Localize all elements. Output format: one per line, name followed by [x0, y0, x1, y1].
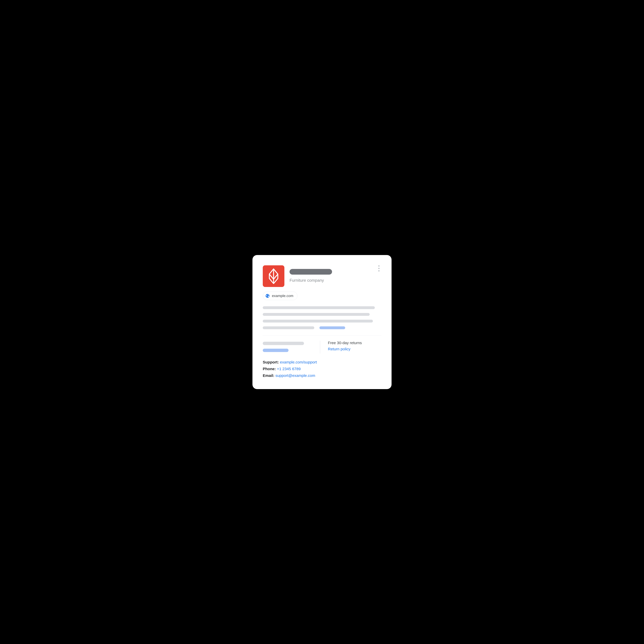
text-placeholder [263, 320, 373, 323]
support-link[interactable]: example.com/support [280, 360, 317, 364]
info-columns: Free 30-day returns Return policy [263, 341, 381, 354]
more-options-button[interactable] [377, 265, 381, 272]
support-line: Support: example.com/support [263, 360, 381, 364]
chair-icon [268, 268, 279, 284]
website-chip[interactable]: example.com [263, 292, 297, 300]
knowledge-panel-card: Furniture company example.com Free 30-da… [252, 255, 392, 389]
phone-label: Phone: [263, 367, 276, 371]
link-placeholder [319, 326, 345, 329]
support-label: Support: [263, 360, 279, 364]
text-placeholder [263, 313, 370, 316]
email-line: Email: support@example.com [263, 373, 381, 378]
phone-line: Phone: +1 2345 6789 [263, 367, 381, 371]
text-placeholder [263, 342, 304, 345]
kebab-dot-icon [378, 270, 380, 272]
kebab-dot-icon [378, 265, 380, 267]
info-right-column: Free 30-day returns Return policy [324, 341, 381, 354]
return-policy-link[interactable]: Return policy [328, 347, 350, 351]
kebab-dot-icon [378, 268, 380, 269]
contact-block: Support: example.com/support Phone: +1 2… [263, 360, 381, 378]
company-name-placeholder [290, 269, 332, 275]
link-placeholder [263, 349, 289, 352]
text-placeholder [263, 306, 375, 309]
divider [263, 335, 381, 336]
email-label: Email: [263, 373, 274, 378]
phone-link[interactable]: +1 2345 6789 [277, 367, 301, 371]
globe-icon [265, 294, 270, 298]
vertical-divider [320, 341, 320, 354]
header-text: Furniture company [290, 265, 381, 283]
text-placeholder [263, 326, 314, 329]
info-left-column [263, 341, 320, 354]
text-placeholder-row [263, 326, 381, 329]
description-placeholder-block [263, 306, 381, 329]
company-category: Furniture company [290, 278, 381, 283]
company-logo [263, 265, 284, 287]
website-domain: example.com [272, 294, 293, 298]
header: Furniture company [263, 265, 381, 287]
email-link[interactable]: support@example.com [275, 373, 315, 378]
returns-text: Free 30-day returns [328, 341, 381, 345]
